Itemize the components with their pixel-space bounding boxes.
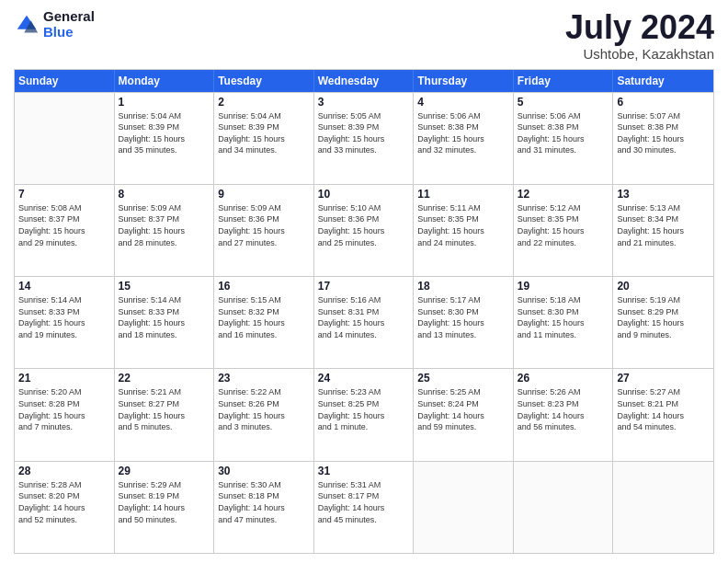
day-info: Sunrise: 5:11 AM Sunset: 8:35 PM Dayligh…: [417, 202, 509, 248]
cal-cell: 2Sunrise: 5:04 AM Sunset: 8:39 PM Daylig…: [214, 93, 314, 184]
cal-cell: 22Sunrise: 5:21 AM Sunset: 8:27 PM Dayli…: [115, 369, 215, 460]
cal-cell: 6Sunrise: 5:07 AM Sunset: 8:38 PM Daylig…: [613, 93, 713, 184]
page: General Blue July 2024 Ushtobe, Kazakhst…: [0, 0, 728, 563]
cal-cell: 8Sunrise: 5:09 AM Sunset: 8:37 PM Daylig…: [115, 185, 215, 276]
day-number: 26: [518, 372, 609, 385]
cal-week: 1Sunrise: 5:04 AM Sunset: 8:39 PM Daylig…: [15, 92, 713, 184]
cal-header-cell: Saturday: [613, 70, 713, 92]
cal-cell: 13Sunrise: 5:13 AM Sunset: 8:34 PM Dayli…: [613, 185, 713, 276]
day-info: Sunrise: 5:19 AM Sunset: 8:29 PM Dayligh…: [617, 294, 710, 340]
cal-week: 7Sunrise: 5:08 AM Sunset: 8:37 PM Daylig…: [15, 184, 713, 276]
day-number: 16: [218, 280, 310, 293]
day-info: Sunrise: 5:26 AM Sunset: 8:23 PM Dayligh…: [518, 386, 609, 432]
cal-cell: 27Sunrise: 5:27 AM Sunset: 8:21 PM Dayli…: [613, 369, 713, 460]
day-number: 17: [318, 280, 410, 293]
day-number: 13: [617, 188, 710, 201]
day-number: 18: [417, 280, 509, 293]
day-number: 20: [617, 280, 710, 293]
cal-cell: 26Sunrise: 5:26 AM Sunset: 8:23 PM Dayli…: [514, 369, 614, 460]
day-info: Sunrise: 5:14 AM Sunset: 8:33 PM Dayligh…: [119, 294, 210, 340]
day-info: Sunrise: 5:09 AM Sunset: 8:37 PM Dayligh…: [119, 202, 210, 248]
cal-cell: [414, 462, 514, 553]
day-number: 5: [518, 96, 609, 109]
day-number: 3: [318, 96, 410, 109]
month-title: July 2024: [565, 9, 714, 46]
logo-text: General Blue: [43, 9, 95, 40]
cal-cell: 4Sunrise: 5:06 AM Sunset: 8:38 PM Daylig…: [414, 93, 514, 184]
cal-cell: 25Sunrise: 5:25 AM Sunset: 8:24 PM Dayli…: [414, 369, 514, 460]
cal-cell: 29Sunrise: 5:29 AM Sunset: 8:19 PM Dayli…: [115, 462, 215, 553]
title-block: July 2024 Ushtobe, Kazakhstan: [565, 9, 714, 62]
day-info: Sunrise: 5:17 AM Sunset: 8:30 PM Dayligh…: [417, 294, 509, 340]
day-info: Sunrise: 5:21 AM Sunset: 8:27 PM Dayligh…: [119, 386, 210, 432]
day-info: Sunrise: 5:31 AM Sunset: 8:17 PM Dayligh…: [318, 479, 410, 525]
day-info: Sunrise: 5:07 AM Sunset: 8:38 PM Dayligh…: [617, 110, 710, 156]
day-info: Sunrise: 5:06 AM Sunset: 8:38 PM Dayligh…: [417, 110, 509, 156]
cal-week: 28Sunrise: 5:28 AM Sunset: 8:20 PM Dayli…: [15, 461, 713, 553]
cal-cell: 20Sunrise: 5:19 AM Sunset: 8:29 PM Dayli…: [613, 277, 713, 368]
day-info: Sunrise: 5:18 AM Sunset: 8:30 PM Dayligh…: [518, 294, 609, 340]
cal-cell: 9Sunrise: 5:09 AM Sunset: 8:36 PM Daylig…: [214, 185, 314, 276]
day-number: 21: [18, 372, 110, 385]
cal-cell: 11Sunrise: 5:11 AM Sunset: 8:35 PM Dayli…: [414, 185, 514, 276]
cal-cell: 16Sunrise: 5:15 AM Sunset: 8:32 PM Dayli…: [214, 277, 314, 368]
day-info: Sunrise: 5:23 AM Sunset: 8:25 PM Dayligh…: [318, 386, 410, 432]
cal-cell: 5Sunrise: 5:06 AM Sunset: 8:38 PM Daylig…: [514, 93, 614, 184]
day-info: Sunrise: 5:10 AM Sunset: 8:36 PM Dayligh…: [318, 202, 410, 248]
cal-week: 21Sunrise: 5:20 AM Sunset: 8:28 PM Dayli…: [15, 368, 713, 460]
day-number: 23: [218, 372, 310, 385]
logo-general: General: [43, 9, 95, 25]
cal-cell: 30Sunrise: 5:30 AM Sunset: 8:18 PM Dayli…: [214, 462, 314, 553]
day-info: Sunrise: 5:28 AM Sunset: 8:20 PM Dayligh…: [18, 479, 110, 525]
logo-icon: [14, 12, 40, 38]
cal-cell: 21Sunrise: 5:20 AM Sunset: 8:28 PM Dayli…: [15, 369, 115, 460]
cal-cell: 24Sunrise: 5:23 AM Sunset: 8:25 PM Dayli…: [314, 369, 415, 460]
day-number: 27: [617, 372, 710, 385]
day-number: 14: [18, 280, 110, 293]
cal-cell: [15, 93, 115, 184]
cal-cell: 18Sunrise: 5:17 AM Sunset: 8:30 PM Dayli…: [414, 277, 514, 368]
logo: General Blue: [14, 9, 95, 40]
day-number: 15: [119, 280, 210, 293]
day-info: Sunrise: 5:05 AM Sunset: 8:39 PM Dayligh…: [318, 110, 410, 156]
cal-cell: 31Sunrise: 5:31 AM Sunset: 8:17 PM Dayli…: [314, 462, 415, 553]
cal-header-cell: Tuesday: [214, 70, 314, 92]
day-number: 6: [617, 96, 710, 109]
day-info: Sunrise: 5:25 AM Sunset: 8:24 PM Dayligh…: [417, 386, 509, 432]
cal-cell: 17Sunrise: 5:16 AM Sunset: 8:31 PM Dayli…: [314, 277, 415, 368]
cal-cell: 14Sunrise: 5:14 AM Sunset: 8:33 PM Dayli…: [15, 277, 115, 368]
day-number: 19: [518, 280, 609, 293]
day-info: Sunrise: 5:14 AM Sunset: 8:33 PM Dayligh…: [18, 294, 110, 340]
day-number: 31: [318, 465, 410, 477]
day-info: Sunrise: 5:13 AM Sunset: 8:34 PM Dayligh…: [617, 202, 710, 248]
cal-cell: 10Sunrise: 5:10 AM Sunset: 8:36 PM Dayli…: [314, 185, 415, 276]
day-info: Sunrise: 5:15 AM Sunset: 8:32 PM Dayligh…: [218, 294, 310, 340]
day-number: 7: [18, 188, 110, 201]
header: General Blue July 2024 Ushtobe, Kazakhst…: [14, 9, 714, 62]
day-number: 30: [218, 465, 310, 477]
day-number: 8: [119, 188, 210, 201]
calendar: SundayMondayTuesdayWednesdayThursdayFrid…: [14, 69, 714, 554]
day-info: Sunrise: 5:08 AM Sunset: 8:37 PM Dayligh…: [18, 202, 110, 248]
cal-cell: [514, 462, 614, 553]
cal-header-cell: Friday: [514, 70, 614, 92]
day-number: 1: [119, 96, 210, 109]
day-info: Sunrise: 5:29 AM Sunset: 8:19 PM Dayligh…: [119, 479, 210, 525]
cal-cell: 7Sunrise: 5:08 AM Sunset: 8:37 PM Daylig…: [15, 185, 115, 276]
day-info: Sunrise: 5:16 AM Sunset: 8:31 PM Dayligh…: [318, 294, 410, 340]
calendar-body: 1Sunrise: 5:04 AM Sunset: 8:39 PM Daylig…: [15, 92, 713, 553]
cal-header-cell: Monday: [115, 70, 215, 92]
day-number: 4: [417, 96, 509, 109]
day-number: 2: [218, 96, 310, 109]
cal-cell: 15Sunrise: 5:14 AM Sunset: 8:33 PM Dayli…: [115, 277, 215, 368]
calendar-header-row: SundayMondayTuesdayWednesdayThursdayFrid…: [15, 70, 713, 92]
day-info: Sunrise: 5:04 AM Sunset: 8:39 PM Dayligh…: [119, 110, 210, 156]
day-info: Sunrise: 5:27 AM Sunset: 8:21 PM Dayligh…: [617, 386, 710, 432]
cal-cell: [613, 462, 713, 553]
day-number: 11: [417, 188, 509, 201]
day-info: Sunrise: 5:09 AM Sunset: 8:36 PM Dayligh…: [218, 202, 310, 248]
cal-cell: 1Sunrise: 5:04 AM Sunset: 8:39 PM Daylig…: [115, 93, 215, 184]
day-info: Sunrise: 5:04 AM Sunset: 8:39 PM Dayligh…: [218, 110, 310, 156]
day-info: Sunrise: 5:30 AM Sunset: 8:18 PM Dayligh…: [218, 479, 310, 525]
day-info: Sunrise: 5:12 AM Sunset: 8:35 PM Dayligh…: [518, 202, 609, 248]
